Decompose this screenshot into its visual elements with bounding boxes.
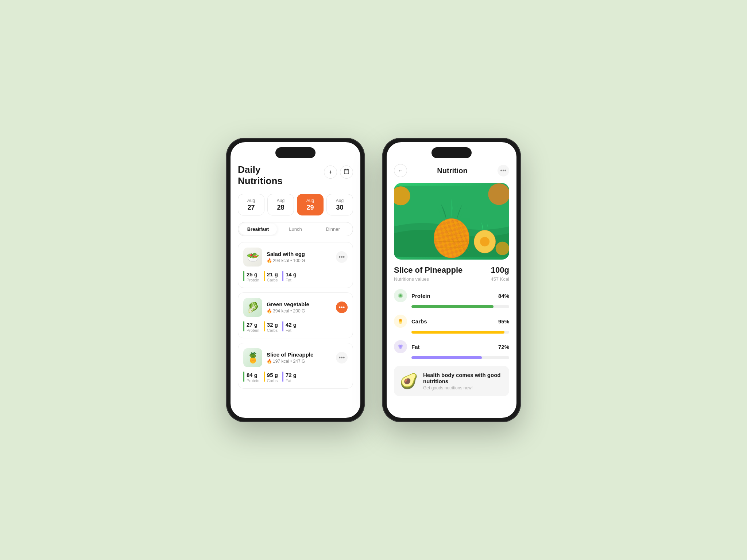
svg-point-6 <box>488 183 509 205</box>
date-aug27-month: Aug <box>240 198 262 203</box>
calendar-icon <box>344 168 349 176</box>
pineapple-more-button[interactable]: ••• <box>336 352 348 363</box>
veggie-fat-row: 42 g Fat <box>282 321 297 333</box>
item-kcal: 457 Kcal <box>491 276 509 282</box>
app-container: Daily Nutritions + <box>212 123 535 437</box>
date-aug27[interactable]: Aug 27 <box>238 194 264 215</box>
pineapple-hero-image <box>394 183 509 260</box>
pineapple-fat-row: 72 g Fat <box>282 372 297 383</box>
veggie-nutrition: 27 g Protein 32 g C <box>243 321 348 333</box>
salad-protein-value: 25 g <box>247 271 259 277</box>
veggie-carbs-row: 32 g Carbs <box>264 321 278 333</box>
food-list: 🥗 Salad with egg 🔥294 kcal • 100 G ••• <box>238 242 353 389</box>
date-aug29-day: 29 <box>299 204 321 211</box>
veggie-image: 🥬 <box>243 298 262 317</box>
carbs-progress-track <box>411 331 509 334</box>
plus-icon: + <box>329 169 332 175</box>
salad-carbs-row: 21 g Carbs <box>264 271 278 283</box>
protein-icon <box>394 289 407 302</box>
food-card-veggie-header: 🥬 Green vegetable 🔥394 kcal • 200 G ••• <box>243 298 348 317</box>
detail-more-button[interactable]: ••• <box>498 165 509 176</box>
veggie-name: Green vegetable <box>267 301 332 307</box>
pineapple-name: Slice of Pineapple <box>267 351 332 358</box>
veggie-protein-value: 27 g <box>247 322 259 328</box>
svg-point-7 <box>496 242 509 255</box>
salad-nutrition: 25 g Protein 21 g C <box>243 271 348 283</box>
fat-bar-2 <box>282 321 283 331</box>
fat-bar <box>282 271 283 281</box>
veggie-protein-row: 27 g Protein <box>243 321 259 333</box>
date-aug28-day: 28 <box>270 204 291 211</box>
veggie-fat-value: 42 g <box>286 322 297 328</box>
salad-meta: 🔥294 kcal • 100 G <box>267 258 332 263</box>
nutrition-nav-header: ← Nutrition ••• <box>394 164 509 177</box>
detail-fat: Fat 72% <box>394 340 509 359</box>
salad-more-button[interactable]: ••• <box>336 251 348 263</box>
header-actions: + <box>324 166 353 179</box>
pineapple-nutrition: 84 g Protein 95 g C <box>243 372 348 383</box>
fire-icon-2: 🔥 <box>267 308 272 314</box>
pineapple-meta: 🔥197 kcal • 247 G <box>267 359 332 364</box>
daily-header: Daily Nutritions + <box>238 164 353 187</box>
detail-fat-label: Fat <box>411 344 494 350</box>
tab-dinner[interactable]: Dinner <box>314 223 352 235</box>
daily-title: Daily Nutritions <box>238 164 283 187</box>
food-card-salad-header: 🥗 Salad with egg 🔥294 kcal • 100 G ••• <box>243 248 348 267</box>
item-name: Slice of Pineapple <box>394 265 462 275</box>
phone-nutrition-detail: ← Nutrition ••• <box>382 138 521 422</box>
protein-progress-fill <box>411 305 494 308</box>
veggie-carbs-value: 32 g <box>267 322 278 328</box>
veggie-fat: 42 g Fat <box>282 321 297 333</box>
food-card-pineapple-header: 🍍 Slice of Pineapple 🔥197 kcal • 247 G •… <box>243 348 348 367</box>
food-card-veggie: 🥬 Green vegetable 🔥394 kcal • 200 G ••• <box>238 292 353 338</box>
veggie-fat-label: Fat <box>286 328 297 332</box>
fire-icon-3: 🔥 <box>267 359 272 364</box>
health-banner: 🥑 Health body comes with good nutritions… <box>394 366 509 396</box>
veggie-more-button[interactable]: ••• <box>336 302 348 313</box>
pineapple-carbs-value: 95 g <box>267 372 278 378</box>
salad-protein: 25 g Protein <box>243 271 259 283</box>
carbs-bar <box>264 271 265 281</box>
veggie-carbs-label: Carbs <box>267 328 278 332</box>
protein-bar <box>243 271 244 281</box>
pineapple-fat: 72 g Fat <box>282 372 297 383</box>
protein-progress-track <box>411 305 509 308</box>
tab-breakfast[interactable]: Breakfast <box>239 223 277 235</box>
salad-fat-row: 14 g Fat <box>282 271 297 283</box>
carbs-progress-fill <box>411 331 504 334</box>
item-weight: 100g <box>491 265 509 275</box>
salad-fat: 14 g Fat <box>282 271 297 283</box>
detail-carbs-label: Carbs <box>411 318 494 324</box>
date-aug29-month: Aug <box>299 198 321 203</box>
protein-bar-2 <box>243 321 244 331</box>
calendar-button[interactable] <box>340 166 353 179</box>
add-button[interactable]: + <box>324 166 337 179</box>
veggie-protein: 27 g Protein <box>243 321 259 333</box>
salad-carbs: 21 g Carbs <box>264 271 278 283</box>
meal-tabs: Breakfast Lunch Dinner <box>238 222 353 236</box>
detail-protein-pct: 84% <box>498 293 509 299</box>
veggie-meta: 🔥394 kcal • 200 G <box>267 308 332 314</box>
salad-carbs-label: Carbs <box>267 278 278 282</box>
phone2-screen: ← Nutrition ••• <box>387 142 516 418</box>
tab-lunch[interactable]: Lunch <box>277 223 314 235</box>
phone1-content: Daily Nutritions + <box>231 142 360 418</box>
carbs-icon <box>394 315 407 328</box>
date-aug27-day: 27 <box>240 204 262 211</box>
date-aug30[interactable]: Aug 30 <box>326 194 353 215</box>
date-aug29[interactable]: Aug 29 <box>297 194 324 215</box>
date-aug28[interactable]: Aug 28 <box>267 194 294 215</box>
protein-bar-3 <box>243 372 244 382</box>
nutrition-details: Protein 84% <box>394 289 509 359</box>
detail-fat-row: Fat 72% <box>394 340 509 353</box>
veggie-protein-label: Protein <box>247 328 259 332</box>
notch-1 <box>275 147 316 158</box>
phone2-content: ← Nutrition ••• <box>387 142 516 418</box>
pineapple-image-small: 🍍 <box>243 348 262 367</box>
pineapple-protein-row: 84 g Protein <box>243 372 259 383</box>
banner-title: Health body comes with good nutritions <box>423 372 503 384</box>
detail-carbs-row: Carbs 95% <box>394 315 509 328</box>
salad-image: 🥗 <box>243 248 262 267</box>
phone1-screen: Daily Nutritions + <box>231 142 360 418</box>
back-button[interactable]: ← <box>394 164 407 177</box>
